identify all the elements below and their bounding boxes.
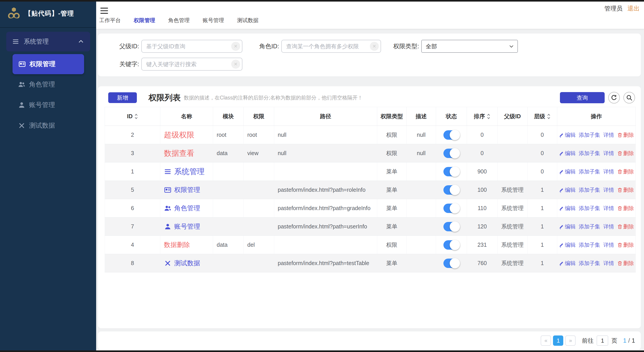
action-detail[interactable]: 详情 (603, 150, 614, 157)
action-delete[interactable]: 删除 (617, 168, 634, 175)
menu-icon (12, 38, 19, 45)
status-toggle[interactable] (444, 130, 460, 140)
sidebar-item-test[interactable]: 测试数据 (0, 115, 96, 136)
action-detail[interactable]: 详情 (603, 260, 614, 267)
perm-type-value: 全部 (426, 43, 437, 50)
cell-level: 0 (528, 144, 557, 162)
cell-desc (406, 181, 436, 199)
action-detail[interactable]: 详情 (603, 205, 614, 212)
tab-test[interactable]: 测试数据 (237, 14, 258, 26)
action-delete[interactable]: 删除 (617, 223, 634, 230)
clear-icon[interactable]: ✕ (370, 42, 379, 51)
cell-id: 7 (105, 217, 160, 236)
add-button[interactable]: 新增 (108, 92, 137, 103)
pencil-icon (559, 224, 564, 229)
logout-link[interactable]: 退出 (628, 4, 640, 12)
page-1-button[interactable]: 1 (553, 336, 563, 346)
search-button[interactable] (624, 92, 635, 103)
permission-name: 角色管理 (164, 204, 210, 213)
action-delete[interactable]: 删除 (617, 241, 634, 249)
status-toggle[interactable] (444, 185, 460, 195)
action-add-child[interactable]: 添加子集 (579, 168, 600, 175)
perm-type-select[interactable]: 全部 (421, 40, 518, 53)
parent-id-input[interactable]: 基于父级ID查询 ✕ (141, 40, 242, 53)
column-header-path: 路径 (274, 107, 377, 126)
action-edit[interactable]: 编辑 (559, 223, 576, 230)
sort-icon[interactable] (487, 113, 490, 120)
cell-id: 1 (105, 162, 160, 181)
cell-path (274, 162, 377, 181)
action-detail[interactable]: 详情 (603, 168, 614, 175)
tab-role[interactable]: 角色管理 (168, 14, 190, 26)
cell-desc: null (406, 144, 436, 162)
status-toggle[interactable] (444, 149, 460, 158)
action-add-child[interactable]: 添加子集 (579, 260, 600, 267)
column-header-module: 模块 (213, 107, 244, 126)
action-edit[interactable]: 编辑 (559, 131, 576, 139)
column-header-level[interactable]: 层级 (528, 107, 557, 126)
keyword-input[interactable]: 键入关键字进行搜索 ✕ (141, 58, 242, 71)
sidebar-item-account[interactable]: 账号管理 (0, 95, 96, 115)
action-add-child[interactable]: 添加子集 (579, 205, 600, 212)
collapse-sidebar-icon[interactable] (100, 6, 109, 16)
status-toggle[interactable] (444, 222, 460, 231)
action-add-child[interactable]: 添加子集 (579, 223, 600, 230)
cell-actions: 编辑 添加子集 详情 删除 (557, 181, 636, 199)
column-header-id[interactable]: ID (105, 107, 160, 126)
action-edit[interactable]: 编辑 (559, 205, 576, 212)
cell-type: 菜单 (377, 162, 406, 181)
query-button[interactable]: 查询 (560, 92, 605, 103)
card-icon (164, 186, 172, 194)
prev-page-button[interactable]: « (541, 336, 551, 346)
action-edit[interactable]: 编辑 (559, 150, 576, 157)
refresh-button[interactable] (608, 92, 620, 103)
cell-path: pasteform/index.html?path=gradeInfo (274, 199, 377, 217)
action-add-child[interactable]: 添加子集 (579, 186, 600, 194)
permission-name: 数据删除 (164, 241, 210, 249)
cell-name: 系统管理 (160, 162, 213, 181)
action-edit[interactable]: 编辑 (559, 186, 576, 194)
next-page-button[interactable]: » (565, 336, 576, 346)
clear-icon[interactable]: ✕ (231, 42, 240, 51)
table-row: 6 角色管理 pasteform/index.html?path=gradeIn… (105, 199, 636, 217)
tab-account[interactable]: 账号管理 (202, 14, 224, 26)
action-delete[interactable]: 删除 (617, 150, 634, 157)
action-add-child[interactable]: 添加子集 (579, 131, 600, 139)
sidebar-group-system[interactable]: 系统管理 (6, 32, 90, 51)
pagination-bar: « 1 » 前往 页 1/1 (98, 332, 641, 350)
action-delete[interactable]: 删除 (617, 260, 634, 267)
status-toggle[interactable] (444, 167, 460, 176)
goto-page-input[interactable] (596, 336, 608, 346)
role-id-input[interactable]: 查询某一个角色拥有多少权限 ✕ (281, 40, 381, 53)
column-header-sort[interactable]: 排序 (467, 107, 498, 126)
action-delete[interactable]: 删除 (617, 205, 634, 212)
pencil-icon (559, 187, 564, 193)
status-toggle[interactable] (444, 204, 460, 213)
sidebar-item-permission[interactable]: 权限管理 (12, 54, 84, 74)
clear-icon[interactable]: ✕ (231, 60, 240, 69)
cell-type: 菜单 (377, 199, 406, 217)
sidebar-item-role[interactable]: 角色管理 (0, 74, 96, 95)
sort-icon[interactable] (134, 113, 138, 120)
action-delete[interactable]: 删除 (617, 131, 634, 139)
status-toggle[interactable] (444, 259, 460, 268)
action-detail[interactable]: 详情 (603, 241, 614, 249)
action-add-child[interactable]: 添加子集 (579, 150, 600, 157)
action-detail[interactable]: 详情 (603, 131, 614, 139)
tab-permission[interactable]: 权限管理 (134, 14, 155, 26)
status-toggle[interactable] (444, 240, 460, 250)
tab-workbench[interactable]: 工作平台 (99, 14, 121, 26)
action-edit[interactable]: 编辑 (559, 260, 576, 267)
table-row: 3 数据查看 data view null 权限 null 0 0 编辑 添加子… (105, 144, 636, 162)
action-edit[interactable]: 编辑 (559, 241, 576, 249)
cell-parent: 系统管理 (498, 217, 528, 236)
action-add-child[interactable]: 添加子集 (579, 241, 600, 249)
action-detail[interactable]: 详情 (603, 223, 614, 230)
top-header: 工作平台 权限管理 角色管理 账号管理 测试数据 管理员 退出 (96, 0, 644, 29)
chevron-down-icon (508, 43, 514, 49)
action-edit[interactable]: 编辑 (559, 168, 576, 175)
action-delete[interactable]: 删除 (617, 186, 634, 194)
current-page: 1 (623, 337, 626, 344)
action-detail[interactable]: 详情 (603, 186, 614, 194)
sort-icon[interactable] (547, 113, 550, 120)
